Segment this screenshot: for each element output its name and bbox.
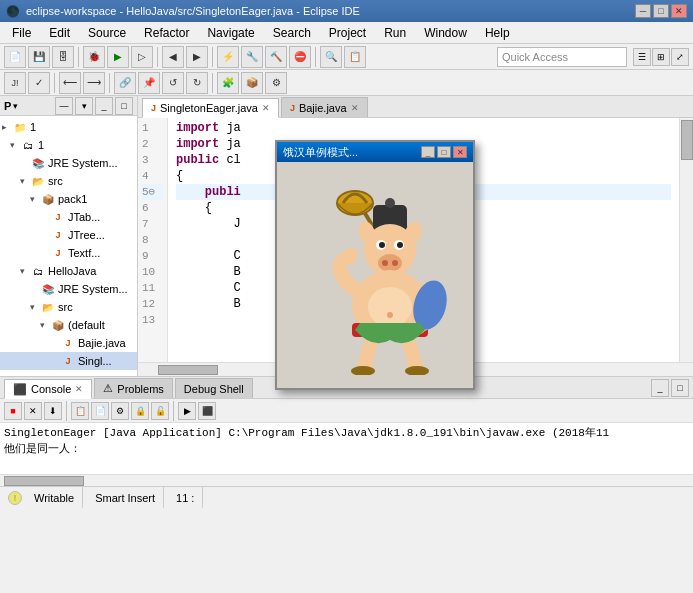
tb2-btn-k[interactable]: ⚙ — [265, 72, 287, 94]
arrow-1: ▾ — [10, 140, 20, 150]
tree-item-root[interactable]: ▸ 📁 1 — [0, 118, 137, 136]
console-close[interactable]: ✕ — [75, 384, 83, 394]
pkg-icon-pack1: 📦 — [40, 191, 56, 207]
tree-item-jtab[interactable]: J JTab... — [0, 208, 137, 226]
minimize-button[interactable]: ─ — [635, 4, 651, 18]
tb-btn-c[interactable]: 🔨 — [265, 46, 287, 68]
console-btn-f[interactable]: ▶ — [178, 402, 196, 420]
tree-item-jre2[interactable]: 📚 JRE System... — [0, 280, 137, 298]
popup-minimize-btn[interactable]: _ — [421, 146, 435, 158]
menu-search[interactable]: Search — [265, 23, 319, 43]
tb-btn-a[interactable]: ⚡ — [217, 46, 239, 68]
console-stop-btn[interactable]: ■ — [4, 402, 22, 420]
scroll-thumb[interactable] — [681, 120, 693, 160]
tab-singleton-close[interactable]: ✕ — [262, 103, 270, 113]
maximize-editor-btn[interactable]: ⤢ — [671, 48, 689, 66]
svg-point-17 — [368, 287, 412, 327]
menu-navigate[interactable]: Navigate — [199, 23, 262, 43]
tab-bajie[interactable]: J Bajie.java ✕ — [281, 97, 368, 117]
tb2-btn-h[interactable]: ↻ — [186, 72, 208, 94]
console-btn-c[interactable]: ⚙ — [111, 402, 129, 420]
pe-minimize-btn[interactable]: _ — [95, 97, 113, 115]
tree-item-default[interactable]: ▾ 📦 (default — [0, 316, 137, 334]
debug-button[interactable]: 🐞 — [83, 46, 105, 68]
run-ext-button[interactable]: ▷ — [131, 46, 153, 68]
menu-window[interactable]: Window — [416, 23, 475, 43]
console-btn-b[interactable]: 📄 — [91, 402, 109, 420]
tb2-btn-g[interactable]: ↺ — [162, 72, 184, 94]
console-scroll-btn[interactable]: ⬇ — [44, 402, 62, 420]
view-btn[interactable]: ⊞ — [652, 48, 670, 66]
tab-bajie-close[interactable]: ✕ — [351, 103, 359, 113]
tree-label-jtree: JTree... — [68, 229, 105, 241]
maximize-button[interactable]: □ — [653, 4, 669, 18]
tb2-btn-c[interactable]: ⟵ — [59, 72, 81, 94]
tree-item-pack1[interactable]: ▾ 📦 pack1 — [0, 190, 137, 208]
tb-btn-f[interactable]: 📋 — [344, 46, 366, 68]
pe-menu-btn[interactable]: ▾ — [75, 97, 93, 115]
tb2-btn-j[interactable]: 📦 — [241, 72, 263, 94]
popup-maximize-btn[interactable]: □ — [437, 146, 451, 158]
pe-maximize-btn[interactable]: □ — [115, 97, 133, 115]
prev-button[interactable]: ◀ — [162, 46, 184, 68]
new-button[interactable]: 📄 — [4, 46, 26, 68]
status-insert-mode[interactable]: Smart Insert — [87, 487, 164, 508]
tab-console[interactable]: ⬛ Console ✕ — [4, 379, 92, 399]
tree-item-hellojava[interactable]: ▾ 🗂 HelloJava — [0, 262, 137, 280]
popup-title-bar: 饿汉单例模式... _ □ ✕ — [277, 142, 473, 162]
tree-item-jtree[interactable]: J JTree... — [0, 226, 137, 244]
console-btn-a[interactable]: 📋 — [71, 402, 89, 420]
tb-btn-e[interactable]: 🔍 — [320, 46, 342, 68]
tree-item-singl[interactable]: J Singl... — [0, 352, 137, 370]
close-button[interactable]: ✕ — [671, 4, 687, 18]
eclipse-icon: 🌑 — [6, 5, 20, 18]
tree-label-jre: JRE System... — [48, 157, 118, 169]
tab-debug-shell[interactable]: Debug Shell — [175, 378, 253, 398]
menu-project[interactable]: Project — [321, 23, 374, 43]
bottom-maximize-btn[interactable]: □ — [671, 379, 689, 397]
menu-file[interactable]: File — [4, 23, 39, 43]
tree-item-jre[interactable]: 📚 JRE System... — [0, 154, 137, 172]
menu-edit[interactable]: Edit — [41, 23, 78, 43]
tb2-btn-a[interactable]: J! — [4, 72, 26, 94]
save-button[interactable]: 💾 — [28, 46, 50, 68]
tree-item-src2[interactable]: ▾ 📂 src — [0, 298, 137, 316]
tab-problems[interactable]: ⚠ Problems — [94, 378, 172, 398]
tb2-btn-i[interactable]: 🧩 — [217, 72, 239, 94]
tree-item-res[interactable]: 📁 res — [0, 370, 137, 376]
save-all-button[interactable]: 🗄 — [52, 46, 74, 68]
tb2-btn-e[interactable]: 🔗 — [114, 72, 136, 94]
svg-point-9 — [392, 260, 398, 266]
h-scroll-thumb[interactable] — [158, 365, 218, 375]
svg-point-13 — [397, 242, 403, 248]
tree-item-bajie[interactable]: J Bajie.java — [0, 334, 137, 352]
menu-refactor[interactable]: Refactor — [136, 23, 197, 43]
console-btn-g[interactable]: ⬛ — [198, 402, 216, 420]
editor-scrollbar[interactable] — [679, 118, 693, 362]
bottom-minimize-btn[interactable]: _ — [651, 379, 669, 397]
tree-item-src1[interactable]: ▾ 📂 src — [0, 172, 137, 190]
popup-close-btn[interactable]: ✕ — [453, 146, 467, 158]
quick-access-box[interactable]: Quick Access — [497, 47, 627, 67]
status-writable[interactable]: Writable — [26, 487, 83, 508]
console-btn-e[interactable]: 🔓 — [151, 402, 169, 420]
tb-btn-d[interactable]: ⛔ — [289, 46, 311, 68]
tree-item-textf[interactable]: J Textf... — [0, 244, 137, 262]
pe-header: P ▾ — ▾ _ □ — [0, 96, 137, 116]
next-button[interactable]: ▶ — [186, 46, 208, 68]
tab-singleton[interactable]: J SingletonEager.java ✕ — [142, 98, 279, 118]
tb-btn-b[interactable]: 🔧 — [241, 46, 263, 68]
console-btn-d[interactable]: 🔒 — [131, 402, 149, 420]
tb2-btn-d[interactable]: ⟶ — [83, 72, 105, 94]
menu-help[interactable]: Help — [477, 23, 518, 43]
run-button[interactable]: ▶ — [107, 46, 129, 68]
tb2-btn-b[interactable]: ✓ — [28, 72, 50, 94]
sep4 — [315, 47, 316, 67]
perspective-btn[interactable]: ☰ — [633, 48, 651, 66]
console-clear-btn[interactable]: ✕ — [24, 402, 42, 420]
tb2-btn-f[interactable]: 📌 — [138, 72, 160, 94]
menu-run[interactable]: Run — [376, 23, 414, 43]
pe-collapse-btn[interactable]: — — [55, 97, 73, 115]
tree-item-1[interactable]: ▾ 🗂 1 — [0, 136, 137, 154]
menu-source[interactable]: Source — [80, 23, 134, 43]
